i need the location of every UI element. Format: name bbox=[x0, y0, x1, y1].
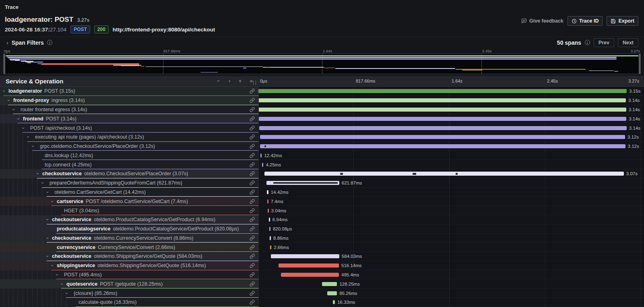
expand-chevron-icon[interactable]: › bbox=[40, 182, 45, 184]
span-name-cell[interactable]: › shippingserviceoteldemo.ShippingServic… bbox=[0, 261, 258, 270]
span-name-cell[interactable]: productcatalogserviceoteldemo.ProductCat… bbox=[0, 224, 258, 234]
span-link-icon[interactable] bbox=[250, 125, 255, 131]
expand-chevron-icon[interactable]: › bbox=[50, 265, 55, 266]
span-name-cell[interactable]: calculate-quote (16.33ms) bbox=[0, 298, 258, 307]
span-name-cell[interactable]: › {closure} (85.26ms) bbox=[0, 288, 258, 298]
span-name-cell[interactable]: dns.lookup (12.42ms) bbox=[0, 151, 258, 160]
span-link-icon[interactable] bbox=[250, 144, 255, 149]
span-link-icon[interactable] bbox=[250, 208, 255, 213]
expand-chevron-icon[interactable]: › bbox=[2, 90, 6, 92]
expand-chevron-icon[interactable]: › bbox=[50, 201, 55, 202]
span-bar[interactable] bbox=[262, 163, 263, 167]
span-link-icon[interactable] bbox=[250, 226, 255, 232]
export-button[interactable]: Export bbox=[607, 16, 638, 26]
expand-chevron-icon[interactable]: › bbox=[16, 118, 21, 120]
span-link-icon[interactable] bbox=[250, 199, 255, 204]
span-row[interactable]: › grpc.oteldemo.CheckoutService/PlaceOrd… bbox=[0, 142, 644, 151]
span-row[interactable]: › quoteservicePOST /getquote (128.25ms) … bbox=[0, 279, 644, 288]
span-name-cell[interactable]: › frontend-proxyingress (3.14s) bbox=[0, 96, 258, 105]
expand-chevron-icon[interactable]: › bbox=[55, 274, 60, 276]
span-bar[interactable] bbox=[327, 291, 337, 295]
span-row[interactable]: calculate-quote (16.33ms) 16.33ms bbox=[0, 298, 644, 307]
span-name-cell[interactable]: › oteldemo.CartService/GetCart (14.42ms) bbox=[0, 188, 258, 197]
span-row[interactable]: › checkoutserviceoteldemo.ShippingServic… bbox=[0, 252, 644, 261]
expand-chevron-icon[interactable]: › bbox=[35, 173, 40, 174]
span-link-icon[interactable] bbox=[250, 153, 255, 158]
span-link-icon[interactable] bbox=[250, 281, 255, 286]
expand-chevron-icon[interactable]: › bbox=[31, 145, 35, 147]
span-row[interactable]: › {closure} (85.26ms) 85.26ms bbox=[0, 288, 644, 298]
expand-chevron-icon[interactable]: › bbox=[26, 136, 31, 138]
span-bar[interactable] bbox=[267, 199, 268, 203]
span-name-cell[interactable]: › frontendPOST (3.14s) bbox=[0, 114, 258, 123]
span-name-cell[interactable]: HGET (3.04ms) bbox=[0, 206, 258, 215]
expand-one-icon[interactable]: › bbox=[227, 78, 232, 84]
span-row[interactable]: › loadgeneratorPOST (3.15s) 3.15s bbox=[0, 87, 644, 96]
span-bar[interactable] bbox=[260, 135, 625, 139]
expand-chevron-icon[interactable]: › bbox=[21, 127, 26, 129]
span-row[interactable]: currencyserviceCurrencyService/Convert (… bbox=[0, 243, 644, 252]
span-name-cell[interactable]: tcp.connect (4.25ms) bbox=[0, 160, 258, 169]
span-bar[interactable] bbox=[267, 190, 268, 194]
span-link-icon[interactable] bbox=[250, 245, 255, 250]
span-link-icon[interactable] bbox=[250, 162, 255, 167]
span-row[interactable]: productcatalogserviceoteldemo.ProductCat… bbox=[0, 224, 644, 234]
span-link-icon[interactable] bbox=[250, 116, 255, 121]
span-row[interactable]: › POST (495.4ms) 495.4ms bbox=[0, 270, 644, 280]
span-name-cell[interactable]: › loadgeneratorPOST (3.15s) bbox=[0, 87, 258, 96]
span-bar[interactable] bbox=[258, 98, 626, 102]
span-filters-toggle[interactable]: › Span Filters i bbox=[6, 39, 52, 46]
next-button[interactable]: Next bbox=[618, 38, 638, 47]
span-name-cell[interactable]: › checkoutserviceoteldemo.ShippingServic… bbox=[0, 252, 258, 261]
span-row[interactable]: › executing api route (pages) /api/check… bbox=[0, 133, 644, 142]
trace-id-button[interactable]: Trace ID bbox=[568, 16, 603, 26]
span-row[interactable]: › checkoutserviceoteldemo.CheckoutServic… bbox=[0, 169, 644, 178]
span-link-icon[interactable] bbox=[250, 171, 255, 176]
span-row[interactable]: tcp.connect (4.25ms) 4.25ms bbox=[0, 160, 644, 169]
span-bar[interactable] bbox=[269, 227, 270, 231]
span-link-icon[interactable] bbox=[250, 107, 255, 112]
span-row[interactable]: › POST /api/checkout (3.14s) 3.14s bbox=[0, 123, 644, 133]
span-row[interactable]: › frontend-proxyingress (3.14s) 3.14s bbox=[0, 96, 644, 105]
expand-chevron-icon[interactable]: › bbox=[11, 109, 16, 110]
name-timeline-divider[interactable] bbox=[258, 87, 259, 307]
span-link-icon[interactable] bbox=[250, 263, 255, 268]
span-name-cell[interactable]: › cartservicePOST /oteldemo.CartService/… bbox=[0, 197, 258, 206]
span-bar[interactable] bbox=[268, 209, 269, 213]
span-bar[interactable] bbox=[260, 154, 262, 158]
give-feedback-link[interactable]: Give feedback bbox=[521, 18, 564, 24]
span-name-cell[interactable]: › checkoutserviceoteldemo.CurrencyServic… bbox=[0, 234, 258, 243]
span-bar[interactable] bbox=[258, 89, 627, 93]
span-name-cell[interactable]: › quoteservicePOST /getquote (128.25ms) bbox=[0, 279, 258, 288]
span-row[interactable]: › shippingserviceoteldemo.ShippingServic… bbox=[0, 261, 644, 270]
span-bar[interactable] bbox=[271, 254, 339, 258]
expand-chevron-icon[interactable]: › bbox=[45, 191, 50, 193]
span-bar[interactable] bbox=[281, 273, 339, 277]
minimap-left-handle[interactable] bbox=[4, 54, 5, 74]
span-name-cell[interactable]: currencyserviceCurrencyService/Convert (… bbox=[0, 243, 258, 252]
span-name-cell[interactable]: › executing api route (pages) /api/check… bbox=[0, 133, 258, 142]
span-link-icon[interactable] bbox=[250, 135, 255, 140]
span-row[interactable]: › checkoutserviceoteldemo.CurrencyServic… bbox=[0, 234, 644, 243]
collapse-one-icon[interactable]: › bbox=[216, 78, 221, 84]
span-link-icon[interactable] bbox=[250, 217, 255, 222]
span-link-icon[interactable] bbox=[250, 300, 255, 305]
span-row[interactable]: › cartservicePOST /oteldemo.CartService/… bbox=[0, 197, 644, 206]
expand-chevron-icon[interactable]: › bbox=[45, 255, 50, 257]
span-link-icon[interactable] bbox=[250, 98, 255, 103]
span-link-icon[interactable] bbox=[250, 290, 255, 296]
expand-chevron-icon[interactable]: › bbox=[6, 100, 11, 101]
span-name-cell[interactable]: › POST (495.4ms) bbox=[0, 270, 258, 280]
span-row[interactable]: › frontendPOST (3.14s) 3.14s bbox=[0, 114, 644, 123]
span-bar[interactable] bbox=[279, 263, 339, 268]
span-bar[interactable] bbox=[260, 144, 625, 148]
trace-minimap[interactable] bbox=[3, 54, 641, 74]
span-link-icon[interactable] bbox=[250, 272, 255, 278]
span-name-cell[interactable]: › POST /api/checkout (3.14s) bbox=[0, 123, 258, 133]
span-bar[interactable] bbox=[270, 245, 271, 249]
span-name-cell[interactable]: › checkoutserviceoteldemo.ProductCatalog… bbox=[0, 215, 258, 224]
span-bar[interactable] bbox=[333, 300, 335, 304]
expand-chevron-icon[interactable]: › bbox=[64, 292, 69, 294]
span-bar[interactable] bbox=[270, 236, 271, 240]
span-row[interactable]: dns.lookup (12.42ms) 12.42ms bbox=[0, 151, 644, 160]
